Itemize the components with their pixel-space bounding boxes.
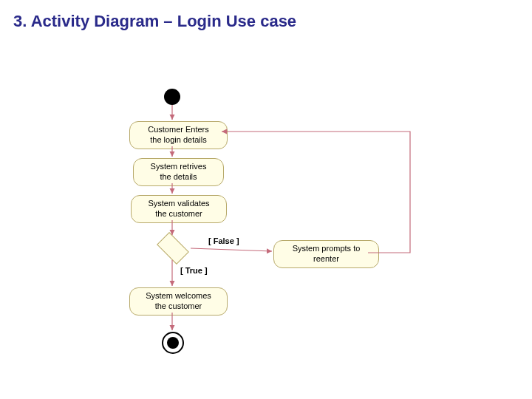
final-node: [162, 332, 184, 354]
guard-false: [ False ]: [208, 236, 239, 245]
connectors: [0, 31, 532, 386]
svg-line-4: [191, 248, 272, 251]
diagram-canvas: Customer Enters the login details System…: [0, 31, 532, 386]
page-title: 3. Activity Diagram – Login Use case: [0, 0, 532, 31]
decision-node: [157, 232, 189, 265]
activity-customer-enters: Customer Enters the login details: [129, 121, 228, 149]
activity-system-retrieves: System retrives the details: [133, 158, 224, 186]
activity-system-prompts: System prompts to reenter: [273, 240, 379, 268]
guard-true: [ True ]: [180, 266, 208, 275]
activity-system-validates: System validates the customer: [131, 195, 227, 223]
initial-node: [164, 89, 180, 105]
activity-system-welcomes: System welcomes the customer: [129, 287, 228, 316]
